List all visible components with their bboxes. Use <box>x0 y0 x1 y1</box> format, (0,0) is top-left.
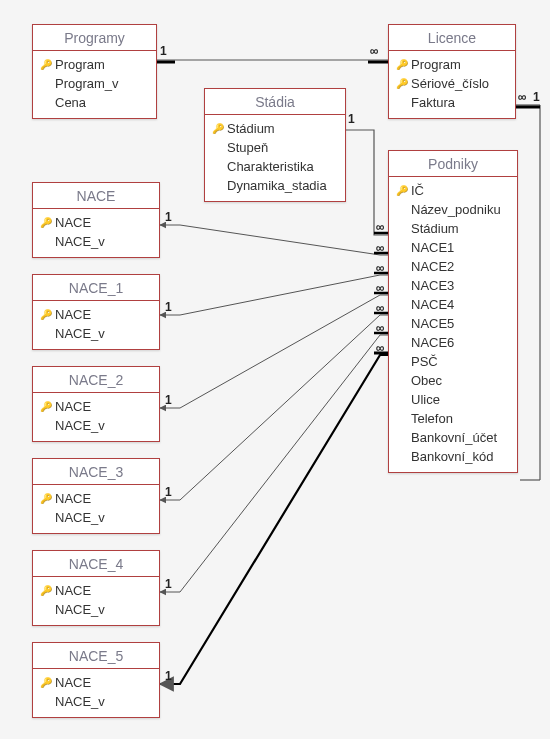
card-nace3-many: ∞ <box>376 281 385 295</box>
field-row[interactable]: 🔑NACE4 <box>395 295 511 314</box>
table-podniky[interactable]: Podniky 🔑IČ🔑Název_podniku🔑Stádium🔑NACE1🔑… <box>388 150 518 473</box>
field-label: Telefon <box>411 409 453 428</box>
field-row[interactable]: 🔑NACE <box>39 581 153 600</box>
table-title: Programy <box>33 25 156 51</box>
field-row[interactable]: 🔑NACE <box>39 213 153 232</box>
table-title: Stádia <box>205 89 345 115</box>
field-label: Bankovní_účet <box>411 428 497 447</box>
field-label: NACE <box>55 397 91 416</box>
field-label: Obec <box>411 371 442 390</box>
field-label: Sériové_číslo <box>411 74 489 93</box>
table-body: 🔑NACE🔑NACE_v <box>33 393 159 441</box>
table-body: 🔑Program🔑Program_v🔑Cena <box>33 51 156 118</box>
field-row[interactable]: 🔑NACE_v <box>39 324 153 343</box>
table-stadia[interactable]: Stádia 🔑Stádium🔑Stupeň🔑Charakteristika🔑D… <box>204 88 346 202</box>
field-label: IČ <box>411 181 424 200</box>
table-body: 🔑Stádium🔑Stupeň🔑Charakteristika🔑Dynamika… <box>205 115 345 201</box>
field-row[interactable]: 🔑NACE6 <box>395 333 511 352</box>
field-label: NACE <box>55 213 91 232</box>
field-label: Stádium <box>411 219 459 238</box>
table-body: 🔑NACE🔑NACE_v <box>33 669 159 717</box>
field-label: Program <box>55 55 105 74</box>
table-body: 🔑NACE🔑NACE_v <box>33 577 159 625</box>
field-label: NACE3 <box>411 276 454 295</box>
diagram-canvas: { "tables": { "programy": { "title": "Pr… <box>0 0 550 739</box>
table-nace-4[interactable]: NACE_4 🔑NACE🔑NACE_v <box>32 550 160 626</box>
field-row[interactable]: 🔑Stupeň <box>211 138 339 157</box>
field-row[interactable]: 🔑NACE_v <box>39 508 153 527</box>
field-row[interactable]: 🔑Cena <box>39 93 150 112</box>
table-nace-2[interactable]: NACE_2 🔑NACE🔑NACE_v <box>32 366 160 442</box>
primary-key-icon: 🔑 <box>39 673 53 692</box>
field-row[interactable]: 🔑NACE3 <box>395 276 511 295</box>
primary-key-icon: 🔑 <box>39 213 53 232</box>
field-row[interactable]: 🔑NACE5 <box>395 314 511 333</box>
card-programy-one: 1 <box>160 44 167 58</box>
table-title: NACE_3 <box>33 459 159 485</box>
field-row[interactable]: 🔑NACE1 <box>395 238 511 257</box>
field-row[interactable]: 🔑Dynamika_stadia <box>211 176 339 195</box>
field-row[interactable]: 🔑Program_v <box>39 74 150 93</box>
field-label: Ulice <box>411 390 440 409</box>
primary-key-icon: 🔑 <box>39 489 53 508</box>
field-label: Cena <box>55 93 86 112</box>
table-licence[interactable]: Licence 🔑Program🔑Sériové_číslo🔑Faktura <box>388 24 516 119</box>
field-row[interactable]: 🔑Název_podniku <box>395 200 511 219</box>
field-row[interactable]: 🔑Program <box>395 55 509 74</box>
field-label: NACE2 <box>411 257 454 276</box>
field-row[interactable]: 🔑Stádium <box>395 219 511 238</box>
field-label: NACE_v <box>55 508 105 527</box>
card-nace2-one: 1 <box>165 393 172 407</box>
field-row[interactable]: 🔑NACE <box>39 489 153 508</box>
field-row[interactable]: 🔑Charakteristika <box>211 157 339 176</box>
card-stadia-one: 1 <box>348 112 355 126</box>
table-title: Licence <box>389 25 515 51</box>
table-nace-5[interactable]: NACE_5 🔑NACE🔑NACE_v <box>32 642 160 718</box>
field-label: Bankovní_kód <box>411 447 493 466</box>
primary-key-icon: 🔑 <box>39 397 53 416</box>
field-label: NACE4 <box>411 295 454 314</box>
field-row[interactable]: 🔑Bankovní_účet <box>395 428 511 447</box>
field-row[interactable]: 🔑Stádium <box>211 119 339 138</box>
table-body: 🔑Program🔑Sériové_číslo🔑Faktura <box>389 51 515 118</box>
field-label: NACE <box>55 673 91 692</box>
table-nace-3[interactable]: NACE_3 🔑NACE🔑NACE_v <box>32 458 160 534</box>
card-nace2-many: ∞ <box>376 261 385 275</box>
field-row[interactable]: 🔑PSČ <box>395 352 511 371</box>
field-row[interactable]: 🔑Faktura <box>395 93 509 112</box>
field-row[interactable]: 🔑Obec <box>395 371 511 390</box>
field-label: NACE5 <box>411 314 454 333</box>
field-row[interactable]: 🔑Bankovní_kód <box>395 447 511 466</box>
field-row[interactable]: 🔑NACE <box>39 397 153 416</box>
field-label: NACE_v <box>55 324 105 343</box>
table-programy[interactable]: Programy 🔑Program🔑Program_v🔑Cena <box>32 24 157 119</box>
primary-key-icon: 🔑 <box>211 119 225 138</box>
field-row[interactable]: 🔑NACE_v <box>39 600 153 619</box>
table-body: 🔑NACE🔑NACE_v <box>33 209 159 257</box>
field-label: Stádium <box>227 119 275 138</box>
table-title: NACE <box>33 183 159 209</box>
table-title: NACE_2 <box>33 367 159 393</box>
primary-key-icon: 🔑 <box>39 305 53 324</box>
field-row[interactable]: 🔑NACE_v <box>39 416 153 435</box>
card-nace4-one: 1 <box>165 577 172 591</box>
field-row[interactable]: 🔑NACE_v <box>39 232 153 251</box>
field-row[interactable]: 🔑NACE_v <box>39 692 153 711</box>
field-row[interactable]: 🔑Ulice <box>395 390 511 409</box>
field-row[interactable]: 🔑NACE <box>39 305 153 324</box>
field-row[interactable]: 🔑IČ <box>395 181 511 200</box>
table-nace[interactable]: NACE 🔑NACE🔑NACE_v <box>32 182 160 258</box>
field-row[interactable]: 🔑Program <box>39 55 150 74</box>
primary-key-icon: 🔑 <box>395 181 409 200</box>
card-nace3-one: 1 <box>165 485 172 499</box>
table-nace-1[interactable]: NACE_1 🔑NACE🔑NACE_v <box>32 274 160 350</box>
card-nace1-one: 1 <box>165 300 172 314</box>
field-row[interactable]: 🔑Telefon <box>395 409 511 428</box>
field-row[interactable]: 🔑NACE <box>39 673 153 692</box>
field-label: PSČ <box>411 352 438 371</box>
field-row[interactable]: 🔑NACE2 <box>395 257 511 276</box>
card-nace-one: 1 <box>165 210 172 224</box>
field-row[interactable]: 🔑Sériové_číslo <box>395 74 509 93</box>
card-nace5-one: 1 <box>165 669 172 683</box>
field-label: Název_podniku <box>411 200 501 219</box>
